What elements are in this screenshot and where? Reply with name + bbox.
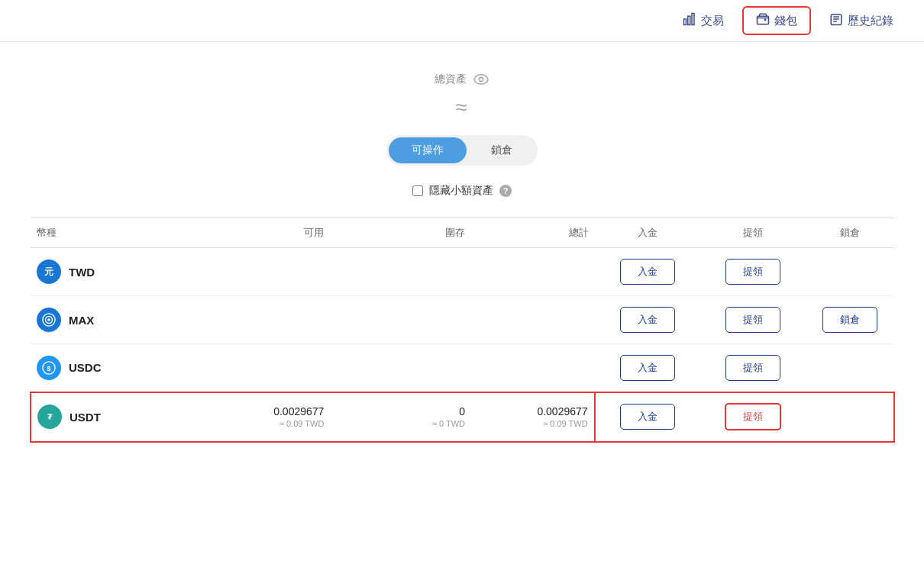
max-deposit-cell: 入金 xyxy=(595,296,700,344)
usdt-frozen-amount: 0 xyxy=(336,405,465,418)
svg-rect-2 xyxy=(692,14,694,25)
currency-cell-usdc: $ USDC xyxy=(31,344,189,392)
toggle-locked[interactable]: 鎖倉 xyxy=(468,137,535,163)
max-frozen xyxy=(330,296,471,344)
svg-point-12 xyxy=(47,318,50,321)
twd-frozen xyxy=(330,248,471,296)
usdc-name: USDC xyxy=(69,361,102,374)
usdc-deposit-button[interactable]: 入金 xyxy=(620,355,675,381)
th-lock: 鎖倉 xyxy=(806,218,894,248)
usdc-total xyxy=(471,344,595,392)
toggle-operable[interactable]: 可操作 xyxy=(389,137,467,163)
max-lock-button[interactable]: 鎖倉 xyxy=(822,307,877,333)
twd-deposit-button[interactable]: 入金 xyxy=(620,259,675,285)
table-row: 元 TWD 入金 提領 xyxy=(31,248,894,296)
nav-history[interactable]: 歷史紀錄 xyxy=(817,8,906,34)
table-row: $ USDC 入金 提領 xyxy=(31,344,894,392)
th-available: 可用 xyxy=(189,218,331,248)
svg-text:$: $ xyxy=(47,364,50,372)
eye-icon[interactable] xyxy=(473,73,489,85)
usdc-lock-cell xyxy=(806,344,894,392)
help-icon[interactable]: ? xyxy=(499,185,512,197)
svg-point-8 xyxy=(474,75,488,84)
usdt-available-amount: 0.0029677 xyxy=(195,405,325,418)
usdc-frozen xyxy=(330,344,471,392)
usdt-deposit-button[interactable]: 入金 xyxy=(620,404,675,430)
history-icon xyxy=(829,12,843,29)
nav-trade[interactable]: 交易 xyxy=(670,8,736,34)
usdc-icon: $ xyxy=(37,356,61,380)
main-content: 總資產 ≈ 可操作 鎖倉 隱藏小額資產 ? 幣種 可用 圍存 總計 xyxy=(11,42,913,458)
hide-small-checkbox[interactable] xyxy=(412,185,423,196)
th-deposit: 入金 xyxy=(595,218,700,248)
th-withdraw: 提領 xyxy=(700,218,806,248)
th-total: 總計 xyxy=(471,218,595,248)
usdt-withdraw-cell: 提領 xyxy=(700,392,806,442)
header: 交易 錢包 歷史紀錄 xyxy=(0,0,924,42)
usdt-icon: ₮ xyxy=(37,405,62,429)
hide-small-label: 隱藏小額資產 xyxy=(429,184,493,198)
assets-table: 幣種 可用 圍存 總計 入金 提領 鎖倉 元 TWD xyxy=(30,218,894,443)
table-header-row: 幣種 可用 圍存 總計 入金 提領 鎖倉 xyxy=(31,218,894,248)
usdt-frozen-sub: ≈ 0 TWD xyxy=(336,419,465,428)
twd-withdraw-button[interactable]: 提領 xyxy=(725,259,780,285)
usdc-available xyxy=(189,344,331,392)
twd-icon: 元 xyxy=(37,260,61,284)
usdt-available-cell: 0.0029677 ≈ 0.09 TWD xyxy=(189,392,331,442)
max-lock-cell: 鎖倉 xyxy=(806,296,894,344)
toggle-group: 可操作 鎖倉 xyxy=(386,135,538,166)
total-assets-label: 總資產 xyxy=(435,73,489,86)
usdt-available-sub: ≈ 0.09 TWD xyxy=(195,419,325,428)
max-withdraw-button[interactable]: 提領 xyxy=(725,307,780,333)
currency-cell-twd: 元 TWD xyxy=(31,248,189,296)
currency-cell-usdt: ₮ USDT xyxy=(31,392,189,442)
trade-icon xyxy=(683,12,696,29)
nav-wallet[interactable]: 錢包 xyxy=(742,6,811,35)
twd-withdraw-cell: 提領 xyxy=(700,248,806,296)
twd-name: TWD xyxy=(69,266,95,279)
usdt-total-amount: 0.0029677 xyxy=(477,405,588,418)
nav-history-label: 歷史紀錄 xyxy=(848,14,893,28)
twd-total xyxy=(471,248,595,296)
max-available xyxy=(189,296,331,344)
usdc-deposit-cell: 入金 xyxy=(595,344,700,392)
max-withdraw-cell: 提領 xyxy=(700,296,806,344)
svg-rect-0 xyxy=(684,19,687,25)
th-currency: 幣種 xyxy=(31,218,189,248)
svg-text:₮: ₮ xyxy=(47,413,53,421)
hide-small-assets-row: 隱藏小額資產 ? xyxy=(412,184,512,198)
svg-rect-1 xyxy=(688,16,690,24)
usdt-withdraw-button[interactable]: 提領 xyxy=(725,403,781,430)
currency-cell-max: MAX xyxy=(31,296,189,344)
twd-available xyxy=(189,248,331,296)
nav-wallet-label: 錢包 xyxy=(774,14,797,28)
th-frozen: 圍存 xyxy=(330,218,471,248)
usdt-total-cell: 0.0029677 ≈ 0.09 TWD xyxy=(471,392,595,442)
max-name: MAX xyxy=(69,314,94,327)
approx-symbol: ≈ xyxy=(455,95,468,120)
table-row: MAX 入金 提領 鎖倉 xyxy=(31,296,894,344)
total-assets-section: 總資產 ≈ 可操作 鎖倉 隱藏小額資產 ? xyxy=(30,57,894,218)
nav-trade-label: 交易 xyxy=(701,14,724,28)
usdt-lock-cell xyxy=(806,392,894,442)
usdt-name: USDT xyxy=(69,411,101,424)
max-total xyxy=(471,296,595,344)
twd-lock-cell xyxy=(806,248,894,296)
max-deposit-button[interactable]: 入金 xyxy=(620,307,675,333)
wallet-icon xyxy=(756,12,770,29)
usdt-total-sub: ≈ 0.09 TWD xyxy=(477,419,588,428)
usdt-frozen-cell: 0 ≈ 0 TWD xyxy=(330,392,471,442)
usdc-withdraw-cell: 提領 xyxy=(700,344,806,392)
twd-deposit-cell: 入金 xyxy=(595,248,700,296)
usdt-deposit-cell: 入金 xyxy=(595,392,700,442)
max-icon xyxy=(37,308,61,332)
svg-point-9 xyxy=(479,77,483,81)
usdc-withdraw-button[interactable]: 提領 xyxy=(725,355,780,381)
table-row: ₮ USDT 0.0029677 ≈ 0.09 TWD 0 ≈ 0 TWD 0.… xyxy=(31,392,894,442)
